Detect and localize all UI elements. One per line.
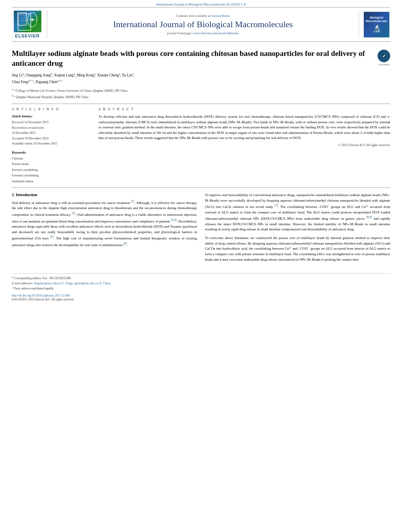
journal-logo: BiologicalMacromolecules 🔬 bbox=[359, 11, 390, 38]
abstract-heading: A B S T R A C T bbox=[99, 107, 390, 111]
journal-header: ELSEVIER Contents lists available at Sci… bbox=[12, 7, 390, 42]
article-info-col: A R T I C L E I N F O Article history: R… bbox=[12, 107, 91, 184]
keyword-5: Sustained release bbox=[12, 179, 91, 184]
received-revised-label: Received in revised form bbox=[12, 125, 91, 131]
citation-text: International Journal of Biological Macr… bbox=[156, 2, 246, 6]
keyword-2: Porous-beads bbox=[12, 161, 91, 167]
body-left-col: 1. Introduction Oral delivery of antican… bbox=[12, 193, 197, 265]
body-right-col: To improve oral bioavailability of conve… bbox=[205, 193, 390, 265]
page: International Journal of Biological Macr… bbox=[0, 0, 402, 532]
crossmark-badge: ✓ CrossMark bbox=[378, 50, 390, 66]
body-section: 1. Introduction Oral delivery of antican… bbox=[12, 193, 390, 265]
crossmark-icon: ✓ bbox=[378, 50, 390, 62]
journal-logo-image: BiologicalMacromolecules 🔬 bbox=[364, 12, 389, 37]
svg-rect-0 bbox=[18, 13, 26, 25]
article-history-label: Article history: bbox=[12, 114, 91, 118]
keywords-section: Keywords: Chitosan Porous-beads Internal… bbox=[12, 150, 91, 184]
keywords-label: Keywords: bbox=[12, 150, 91, 154]
accepted: Accepted 19 December 2015 bbox=[12, 136, 91, 141]
received-revised-date: 14 December 2015 bbox=[12, 130, 91, 136]
sciencedirect-link[interactable]: ScienceDirect bbox=[211, 14, 230, 18]
article-info-heading: A R T I C L E I N F O bbox=[12, 107, 91, 111]
abstract-col: A B S T R A C T To develop efficient and… bbox=[99, 107, 390, 184]
journal-title: International Journal of Biological Macr… bbox=[53, 19, 353, 30]
corresponding-note: * Corresponding authors. Fax: +86 532 82… bbox=[12, 276, 390, 291]
divider-2 bbox=[12, 187, 390, 188]
intro-paragraph-3: To overcome above limitation, we constru… bbox=[205, 235, 390, 262]
journal-homepage: journal homepage: www.elsevier.com/locat… bbox=[53, 31, 353, 35]
journal-homepage-link[interactable]: www.elsevier.com/locate/ijbiomac bbox=[193, 31, 239, 35]
contents-line: Contents lists available at ScienceDirec… bbox=[53, 14, 353, 18]
available-online: Available online 24 December 2015 bbox=[12, 141, 91, 146]
svg-point-6 bbox=[31, 19, 34, 21]
journal-citation: International Journal of Biological Macr… bbox=[0, 0, 402, 7]
intro-paragraph-2: To improve oral bioavailability of conve… bbox=[205, 193, 390, 232]
article-info-abstract: A R T I C L E I N F O Article history: R… bbox=[12, 107, 390, 184]
elsevier-logo: ELSEVIER bbox=[12, 11, 47, 38]
doi-link[interactable]: http://dx.doi.org/10.1016/j.ijbiomac.201… bbox=[12, 294, 70, 297]
keyword-1: Chitosan bbox=[12, 156, 91, 161]
elsevier-logo-image bbox=[14, 11, 41, 32]
article-title-section: Multilayer sodium alginate beads with po… bbox=[12, 49, 390, 100]
introduction-title: 1. Introduction bbox=[12, 193, 197, 197]
header-center: Contents lists available at ScienceDirec… bbox=[47, 11, 359, 38]
abstract-text: To develop efficient and safe anticancer… bbox=[99, 114, 390, 141]
affiliations: a ᵃ College of Marine Life Science, Ocea… bbox=[12, 87, 390, 100]
divider-1 bbox=[12, 104, 390, 104]
authors: Jing Lia, Changqing Jiangb, Xuqian Langa… bbox=[12, 72, 390, 85]
elsevier-text: ELSEVIER bbox=[15, 33, 39, 38]
keyword-3: Internal crosslinking bbox=[12, 167, 91, 173]
article-title: Multilayer sodium alginate beads with po… bbox=[12, 49, 374, 68]
copyright: © 2015 Elsevier B.V. All rights reserved… bbox=[99, 143, 390, 147]
intro-paragraph-1: Oral delivery of anticancer drug is stil… bbox=[12, 199, 197, 248]
footer-section: * Corresponding authors. Fax: +86 532 82… bbox=[12, 273, 390, 302]
keyword-4: External crosslinking bbox=[12, 173, 91, 178]
received-1: Received 14 November 2015 bbox=[12, 120, 91, 125]
issn-line: 0141-8130/© 2015 Elsevier B.V. All right… bbox=[12, 298, 74, 301]
